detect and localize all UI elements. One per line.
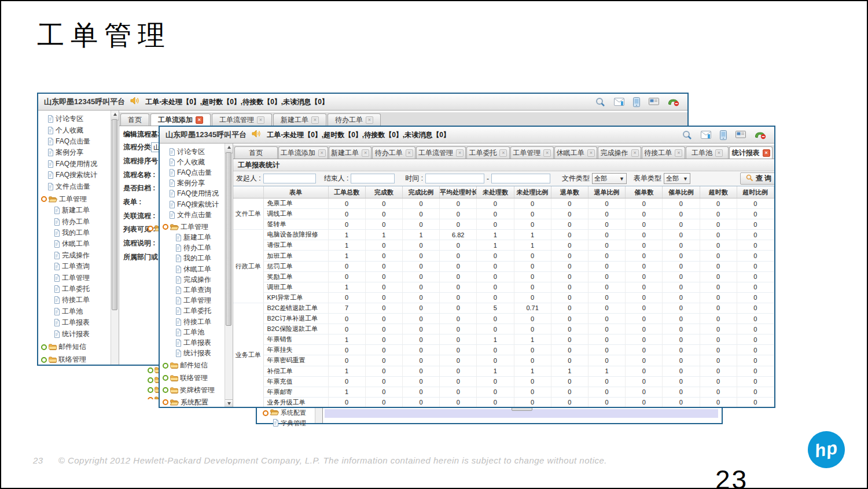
table-row[interactable]: 补偿工单100011110000 xyxy=(233,366,774,376)
sidebar-item-新建工单[interactable]: 新建工单 xyxy=(160,233,225,243)
tab-close-icon[interactable]: × xyxy=(406,149,413,157)
table-row[interactable]: 年票密码重置000000000000 xyxy=(233,355,774,366)
sidebar-scrollbar[interactable] xyxy=(111,111,119,365)
table-row[interactable]: B2C订单补退工单000000000000 xyxy=(233,314,774,324)
table-row[interactable]: B2C保险退款工单000000000000 xyxy=(233,324,774,334)
tab-新建工单[interactable]: 新建工单× xyxy=(273,113,326,126)
table-row[interactable]: 年票邮寄100000000000 xyxy=(233,387,774,397)
tab-工单管理[interactable]: 工单管理× xyxy=(510,146,554,159)
tab-close-icon[interactable]: × xyxy=(763,149,770,157)
sidebar-item-个人收藏[interactable]: 个人收藏 xyxy=(38,124,111,135)
sidebar-item-统计报表[interactable]: 统计报表 xyxy=(160,348,225,359)
table-row[interactable]: 年票充值000000000000 xyxy=(233,376,774,387)
sidebar-item-FAQ点击量[interactable]: FAQ点击量 xyxy=(160,167,225,178)
search-icon[interactable] xyxy=(682,130,692,140)
table-row[interactable]: 奖励工单000000000000 xyxy=(233,271,774,282)
sidebar-scrollbar[interactable] xyxy=(225,144,233,407)
tab-休眠工单[interactable]: 休眠工单× xyxy=(554,146,598,159)
sidebar-item-待接工单[interactable]: 待接工单 xyxy=(160,317,225,327)
query-button[interactable]: 查 询 xyxy=(740,172,774,185)
tab-工单流管理[interactable]: 工单流管理× xyxy=(416,146,466,159)
table-row[interactable]: 调班工单100000000000 xyxy=(233,282,774,292)
form-type-select[interactable]: 全部 ▼ xyxy=(664,173,690,184)
sidebar-item-系统配置[interactable]: 系统配置 xyxy=(160,397,225,407)
sidebar-item-工单查询[interactable]: 工单查询 xyxy=(160,285,225,295)
tab-close-icon[interactable]: × xyxy=(543,149,551,157)
table-row[interactable]: KPI异常工单000000000000 xyxy=(233,292,774,303)
tab-工单流添加[interactable]: 工单流添加× xyxy=(150,113,211,126)
sidebar-item-工单管理[interactable]: 工单管理 xyxy=(160,296,225,306)
tab-待办工单[interactable]: 待办工单× xyxy=(328,113,381,126)
sidebar-item-待办工单[interactable]: 待办工单 xyxy=(160,243,225,253)
sidebar-item-邮件短信[interactable]: 邮件短信 xyxy=(160,361,225,371)
tab-close-icon[interactable]: × xyxy=(675,149,682,157)
sidebar-item-联络管理[interactable]: 联络管理 xyxy=(160,373,225,383)
sidebar-item-奖牌榜管理[interactable]: 奖牌榜管理 xyxy=(160,385,225,395)
search-icon[interactable] xyxy=(595,97,605,107)
sidebar-item-完成操作[interactable]: 完成操作 xyxy=(160,274,225,285)
table-row[interactable]: 业务工单B2C差错退款工单700050.71000000 xyxy=(233,303,774,313)
sidebar-item-工单报表[interactable]: 工单报表 xyxy=(38,317,111,328)
sidebar-item-待接工单[interactable]: 待接工单 xyxy=(38,295,111,306)
sidebar-item-联络管理[interactable]: 联络管理 xyxy=(38,354,111,365)
sidebar-item-待办工单[interactable]: 待办工单 xyxy=(38,216,111,227)
table-row[interactable]: 年票挂失000000000000 xyxy=(233,345,774,355)
sidebar-item-案例分享[interactable]: 案例分享 xyxy=(160,178,225,189)
tab-close-icon[interactable]: × xyxy=(715,149,723,157)
tab-close-icon[interactable]: × xyxy=(366,116,373,124)
sidebar-item-工单池[interactable]: 工单池 xyxy=(160,327,225,337)
mail-icon[interactable] xyxy=(614,98,624,106)
sidebar-item-邮件短信[interactable]: 邮件短信 xyxy=(38,341,111,352)
tab-待接工单[interactable]: 待接工单× xyxy=(642,146,685,159)
sidebar-item[interactable]: 系统配置 xyxy=(263,409,306,417)
table-row[interactable]: 加班工单100000000000 xyxy=(233,251,774,261)
workstation-icon[interactable] xyxy=(649,98,659,106)
sidebar-item-休眠工单[interactable]: 休眠工单 xyxy=(160,264,225,274)
sidebar-item-个人收藏[interactable]: 个人收藏 xyxy=(160,157,225,167)
sidebar-item-工单管理[interactable]: 工单管理 xyxy=(38,272,111,283)
sidebar-item-FAQ使用情况[interactable]: FAQ使用情况 xyxy=(38,159,111,170)
sidebar-item-完成操作[interactable]: 完成操作 xyxy=(38,250,111,261)
table-row[interactable]: 业务升级工单000000000000 xyxy=(233,397,774,407)
sidebar-item-工单委托[interactable]: 工单委托 xyxy=(38,284,111,295)
table-row[interactable]: 请假工单100011000000 xyxy=(233,240,774,251)
closer-input[interactable] xyxy=(351,174,395,183)
sidebar-item-工单管理[interactable]: 工单管理 xyxy=(38,194,111,205)
sidebar-item-工单查询[interactable]: 工单查询 xyxy=(38,261,111,272)
mail-icon[interactable] xyxy=(701,131,711,139)
tab-工单委托[interactable]: 工单委托× xyxy=(466,146,510,159)
sidebar-item-FAQ搜索统计[interactable]: FAQ搜索统计 xyxy=(38,170,111,181)
time-end-input[interactable] xyxy=(491,174,550,183)
sidebar-item[interactable]: 字典管理 xyxy=(273,419,306,428)
table-row[interactable]: 年票销售100011000000 xyxy=(233,334,774,345)
sidebar-item-FAQ搜索统计[interactable]: FAQ搜索统计 xyxy=(160,199,225,209)
tab-首页[interactable]: 首页 xyxy=(120,113,149,126)
sidebar-item-我的工单[interactable]: 我的工单 xyxy=(38,227,111,238)
scroll-down-button[interactable] xyxy=(225,399,233,407)
tab-close-icon[interactable]: × xyxy=(362,149,369,157)
sidebar-item-FAQ使用情况[interactable]: FAQ使用情况 xyxy=(160,189,225,199)
table-row[interactable]: 调线工单000000000000 xyxy=(233,209,774,219)
time-start-input[interactable] xyxy=(425,174,484,183)
table-row[interactable]: 签转单000000000000 xyxy=(233,219,774,230)
mobile-icon[interactable] xyxy=(720,130,727,140)
file-type-select[interactable]: 全部 ▼ xyxy=(592,173,627,184)
sidebar-item-文件点击量[interactable]: 文件点击量 xyxy=(38,181,111,192)
tab-close-icon[interactable]: × xyxy=(631,149,639,157)
scrollbar-thumb[interactable] xyxy=(112,119,117,310)
sidebar-item-新建工单[interactable]: 新建工单 xyxy=(38,205,111,216)
sidebar-item-工单报表[interactable]: 工单报表 xyxy=(160,337,225,348)
scrollbar-thumb[interactable] xyxy=(226,152,231,326)
sidebar-item-讨论专区[interactable]: 讨论专区 xyxy=(160,146,225,157)
tab-close-icon[interactable]: × xyxy=(456,149,464,157)
tab-工单流添加[interactable]: 工单流添加× xyxy=(278,146,328,159)
tab-close-icon[interactable]: × xyxy=(318,149,326,157)
initiator-input[interactable] xyxy=(263,174,316,183)
tab-工单池[interactable]: 工单池× xyxy=(686,146,729,159)
tab-新建工单[interactable]: 新建工单× xyxy=(329,146,372,159)
sidebar-item-FAQ点击量[interactable]: FAQ点击量 xyxy=(38,136,111,147)
table-row[interactable]: 惩罚工单000000000000 xyxy=(233,261,774,271)
tab-工单流管理[interactable]: 工单流管理× xyxy=(212,113,272,126)
workstation-icon[interactable] xyxy=(735,131,746,139)
tab-首页[interactable]: 首页 xyxy=(234,146,278,159)
